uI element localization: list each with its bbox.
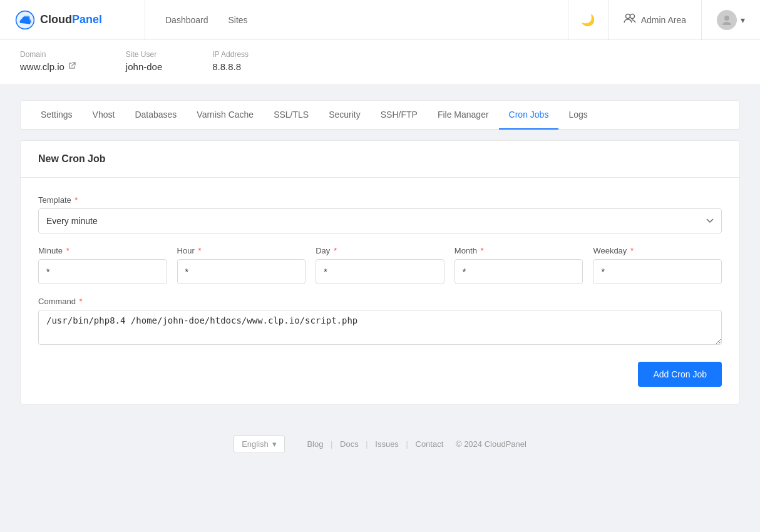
new-cron-job-panel: New Cron Job Template * Every minute Eve…	[20, 140, 740, 405]
tab-nav: Settings Vhost Databases Varnish Cache S…	[21, 101, 739, 130]
logo-text: CloudPanel	[40, 13, 102, 26]
tab-ssh-ftp[interactable]: SSH/FTP	[371, 101, 428, 130]
domain-value: www.clp.io	[20, 61, 76, 72]
tab-settings[interactable]: Settings	[31, 101, 83, 130]
form-body: Template * Every minute Every 5 minutes …	[21, 178, 739, 404]
domain-info: Domain www.clp.io	[20, 50, 76, 72]
tab-cron-jobs[interactable]: Cron Jobs	[499, 101, 559, 130]
footer-blog-link[interactable]: Blog	[307, 439, 323, 449]
language-label: English	[242, 439, 269, 449]
site-user-label: Site User	[126, 50, 162, 59]
logo-section: CloudPanel	[0, 0, 145, 39]
footer-issues-link[interactable]: Issues	[375, 439, 399, 449]
svg-point-2	[630, 14, 634, 19]
main-nav: Dashboard Sites	[145, 0, 568, 39]
nav-dashboard[interactable]: Dashboard	[165, 15, 208, 25]
tab-databases[interactable]: Databases	[125, 101, 187, 130]
template-group: Template * Every minute Every 5 minutes …	[38, 195, 722, 233]
ip-value: 8.8.8.8	[212, 61, 249, 72]
month-label: Month *	[454, 246, 583, 255]
footer-content: English ▾ Blog | Docs | Issues | Contact…	[15, 435, 745, 453]
minute-group: Minute *	[38, 246, 167, 284]
admin-area-icon	[624, 13, 636, 26]
footer-links: Blog | Docs | Issues | Contact © 2024 Cl…	[302, 439, 526, 449]
user-avatar	[717, 10, 737, 30]
external-link-icon[interactable]	[68, 62, 76, 71]
hour-group: Hour *	[177, 246, 306, 284]
minute-label: Minute *	[38, 246, 167, 255]
site-user-info: Site User john-doe	[126, 50, 162, 72]
site-user-value: john-doe	[126, 61, 162, 72]
tab-security[interactable]: Security	[319, 101, 371, 130]
command-input[interactable]: /usr/bin/php8.4 /home/john-doe/htdocs/ww…	[38, 310, 722, 345]
site-info-bar: Domain www.clp.io Site User john-doe IP …	[0, 40, 760, 85]
main-content: Settings Vhost Databases Varnish Cache S…	[0, 85, 760, 420]
svg-point-1	[625, 14, 630, 19]
logo-icon	[15, 10, 35, 30]
footer: English ▾ Blog | Docs | Issues | Contact…	[0, 420, 760, 468]
form-title: New Cron Job	[38, 153, 722, 165]
hour-label: Hour *	[177, 246, 306, 255]
admin-area-label: Admin Area	[641, 15, 686, 25]
ip-info: IP Address 8.8.8.8	[212, 50, 249, 72]
time-fields-row: Minute * Hour * Day *	[38, 246, 722, 284]
svg-point-3	[724, 16, 729, 21]
site-info-grid: Domain www.clp.io Site User john-doe IP …	[20, 50, 740, 72]
day-input[interactable]	[316, 259, 444, 284]
tab-logs[interactable]: Logs	[558, 101, 597, 130]
hour-input[interactable]	[177, 259, 306, 284]
tab-vhost[interactable]: Vhost	[83, 101, 125, 130]
weekday-group: Weekday *	[593, 246, 722, 284]
template-select[interactable]: Every minute Every 5 minutes Every 10 mi…	[38, 208, 722, 233]
command-group: Command * /usr/bin/php8.4 /home/john-doe…	[38, 297, 722, 347]
tab-file-manager[interactable]: File Manager	[428, 101, 499, 130]
day-group: Day *	[316, 246, 444, 284]
domain-label: Domain	[20, 50, 76, 59]
tab-panel: Settings Vhost Databases Varnish Cache S…	[20, 100, 740, 130]
logo[interactable]: CloudPanel	[15, 10, 102, 30]
command-label: Command *	[38, 297, 722, 306]
footer-docs-link[interactable]: Docs	[340, 439, 359, 449]
footer-contact-link[interactable]: Contact	[416, 439, 444, 449]
ip-label: IP Address	[212, 50, 249, 59]
weekday-input[interactable]	[593, 259, 722, 284]
language-selector[interactable]: English ▾	[234, 435, 285, 453]
minute-input[interactable]	[38, 259, 167, 284]
nav-sites[interactable]: Sites	[229, 15, 248, 25]
month-group: Month *	[454, 246, 583, 284]
add-cron-job-button[interactable]: Add Cron Job	[638, 362, 722, 387]
form-actions: Add Cron Job	[38, 362, 722, 387]
template-label: Template *	[38, 195, 722, 205]
month-input[interactable]	[454, 259, 583, 284]
dark-mode-button[interactable]: 🌙	[568, 0, 609, 39]
tab-ssl-tls[interactable]: SSL/TLS	[264, 101, 319, 130]
day-label: Day *	[316, 246, 444, 255]
header: CloudPanel Dashboard Sites 🌙 Admin Area	[0, 0, 760, 40]
weekday-label: Weekday *	[593, 246, 722, 255]
admin-area-button[interactable]: Admin Area	[609, 0, 702, 39]
user-dropdown-icon: ▾	[741, 15, 745, 25]
footer-copyright: © 2024 CloudPanel	[456, 439, 526, 449]
user-menu[interactable]: ▾	[702, 0, 760, 39]
tab-varnish-cache[interactable]: Varnish Cache	[187, 101, 264, 130]
header-right: 🌙 Admin Area ▾	[568, 0, 760, 39]
language-dropdown-icon: ▾	[272, 439, 277, 449]
form-panel-header: New Cron Job	[21, 141, 739, 178]
